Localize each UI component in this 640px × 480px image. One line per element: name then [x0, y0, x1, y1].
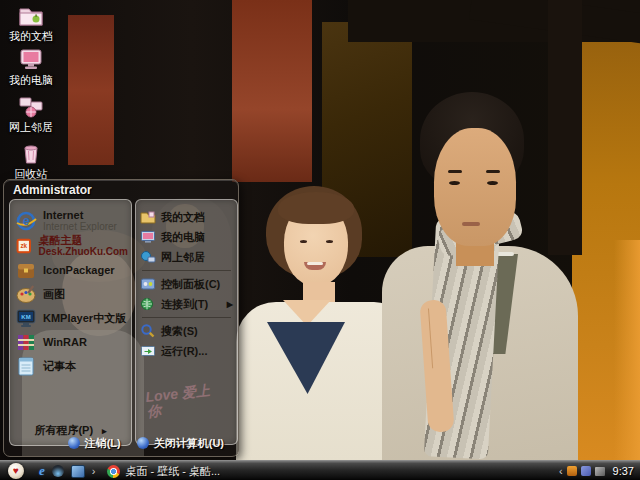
man-face — [434, 128, 516, 246]
tray-orange-icon[interactable] — [567, 466, 577, 476]
tray-volume-icon[interactable] — [595, 467, 605, 476]
start-menu-username: Administrator — [4, 180, 238, 197]
tray-collapse-icon[interactable]: ‹ — [559, 465, 563, 477]
desktop-icon-label: 我的电脑 — [4, 73, 58, 88]
desktop-icon-my-documents[interactable]: 我的文档 — [4, 2, 58, 44]
man-mouth — [462, 222, 480, 226]
log-off-button[interactable]: 注销(L) — [68, 436, 121, 451]
chrome-icon — [107, 465, 120, 478]
woman-hair-fringe — [278, 192, 354, 224]
start-menu-item-iconpackager[interactable]: IconPackager — [10, 258, 131, 282]
run-icon — [140, 343, 156, 359]
man-brow — [448, 170, 462, 173]
internet-explorer-icon: e — [15, 210, 37, 232]
tray-network-icon[interactable] — [581, 466, 591, 476]
desktop-icon-my-computer[interactable]: 我的电脑 — [4, 46, 58, 88]
quick-launch-expand-icon[interactable]: › — [92, 465, 96, 477]
turn-off-computer-button[interactable]: 关闭计算机(U) — [137, 436, 224, 451]
man-eye — [449, 181, 460, 185]
search-icon — [140, 323, 156, 339]
quick-launch-ie-icon[interactable]: e — [39, 463, 45, 479]
network-places-icon — [18, 93, 44, 119]
start-menu-item-connect-to[interactable]: 连接到(T) ▶ — [136, 294, 237, 314]
heart-icon: ♥ — [13, 466, 19, 476]
start-menu-item-network-places[interactable]: 网上邻居 — [136, 247, 237, 267]
my-documents-icon — [140, 209, 156, 225]
start-button[interactable]: ♥ — [8, 463, 24, 479]
winrar-icon — [15, 331, 37, 353]
paint-icon — [15, 283, 37, 305]
my-computer-icon — [140, 229, 156, 245]
desktop-icon-network-places[interactable]: 网上邻居 — [4, 93, 58, 135]
zhuoku-icon: zk — [15, 235, 33, 257]
menu-divider — [142, 270, 231, 271]
man-brow — [486, 170, 500, 173]
start-menu-right-panel: 我的文档 我的电脑 网上邻居 — [135, 199, 238, 445]
woman-smile — [307, 262, 323, 265]
start-menu: Administrator e Internet Internet Explor… — [3, 179, 239, 457]
start-menu-footer: 注销(L) 关闭计算机(U) — [4, 433, 238, 453]
task-button-label: 桌面 - 壁纸 - 桌酷... — [125, 464, 220, 479]
start-menu-item-kmplayer[interactable]: KM KMPlayer中文版 — [10, 306, 131, 330]
start-menu-item-my-computer[interactable]: 我的电脑 — [136, 227, 237, 247]
start-menu-item-zhuoku[interactable]: zk 桌酷主题 Desk.ZhuoKu.Com — [10, 233, 131, 258]
quick-launch-desktop-icon[interactable] — [52, 465, 64, 477]
desktop-icon-label: 网上邻居 — [4, 120, 58, 135]
turn-off-icon — [137, 437, 149, 449]
iconpackager-icon — [15, 259, 37, 281]
start-menu-left-panel: e Internet Internet Explorer zk 桌酷主题 — [9, 199, 132, 446]
man-eye — [487, 181, 498, 185]
svg-text:e: e — [23, 214, 30, 228]
system-tray: ‹ 9:37 — [559, 465, 640, 477]
taskbar-task-button[interactable]: 桌面 - 壁纸 - 桌酷... — [107, 464, 220, 479]
wallpaper-pillar — [232, 0, 312, 182]
submenu-arrow-icon: ▶ — [227, 300, 233, 309]
wallpaper-amber-glow — [614, 240, 640, 460]
desktop-icon-label: 我的文档 — [4, 29, 58, 44]
recycle-bin-icon — [18, 140, 44, 166]
start-menu-item-my-documents[interactable]: 我的文档 — [136, 207, 237, 227]
taskbar-clock[interactable]: 9:37 — [613, 465, 634, 477]
desktop: Love 爱上你 我的文档 我的电脑 — [0, 0, 640, 480]
start-menu-item-paint[interactable]: 画图 — [10, 282, 131, 306]
menu-divider — [142, 317, 231, 318]
start-menu-item-notepad[interactable]: 记事本 — [10, 354, 131, 378]
start-menu-item-winrar[interactable]: WinRAR — [10, 330, 131, 354]
woman-eye — [300, 240, 307, 243]
log-off-icon — [68, 437, 80, 449]
connect-to-icon — [140, 296, 156, 312]
wallpaper-pillar — [68, 15, 114, 165]
start-menu-item-run[interactable]: 运行(R)... — [136, 341, 237, 361]
start-menu-item-internet[interactable]: e Internet Internet Explorer — [10, 208, 131, 233]
control-panel-icon — [140, 276, 156, 292]
quick-launch-bar: e › — [39, 463, 95, 479]
svg-text:KM: KM — [21, 314, 30, 320]
network-places-icon — [140, 249, 156, 265]
wallpaper-beam — [548, 0, 582, 255]
desktop-icon-recycle-bin[interactable]: 回收站 — [4, 140, 58, 182]
my-documents-icon — [18, 2, 44, 28]
notepad-icon — [15, 355, 37, 377]
start-menu-item-control-panel[interactable]: 控制面板(C) — [136, 274, 237, 294]
start-menu-item-search[interactable]: 搜索(S) — [136, 321, 237, 341]
kmplayer-icon: KM — [15, 307, 37, 329]
taskbar: ♥ e › 桌面 - 壁纸 - 桌酷... ‹ 9:37 — [0, 460, 640, 480]
my-computer-icon — [18, 46, 44, 72]
quick-launch-window-icon[interactable] — [71, 465, 85, 478]
svg-text:zk: zk — [20, 242, 27, 249]
woman-eye — [326, 240, 333, 243]
